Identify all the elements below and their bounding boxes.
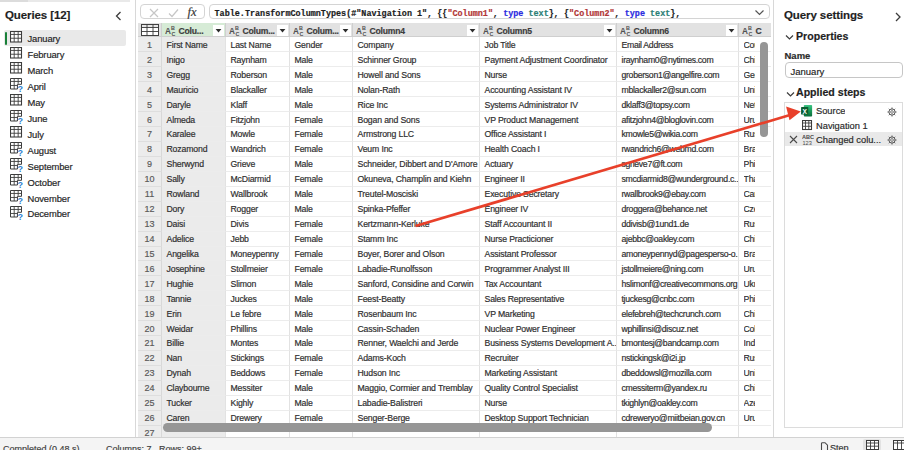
svg-text:?: ?: [17, 196, 22, 204]
svg-text:C: C: [748, 30, 752, 35]
svg-text:?: ?: [17, 164, 22, 172]
svg-text:X: X: [803, 108, 808, 115]
svg-text:?: ?: [17, 116, 22, 124]
svg-text:?: ?: [17, 84, 22, 92]
svg-text:C: C: [235, 30, 239, 35]
svg-text:?: ?: [17, 212, 22, 220]
svg-text:C: C: [299, 30, 303, 35]
svg-text:C: C: [489, 30, 493, 35]
svg-text:?: ?: [17, 148, 22, 156]
svg-text:C: C: [626, 30, 630, 35]
svg-text:?: ?: [17, 180, 22, 188]
svg-text:123: 123: [802, 140, 811, 145]
svg-text:C: C: [171, 30, 175, 35]
svg-text:C: C: [362, 30, 366, 35]
